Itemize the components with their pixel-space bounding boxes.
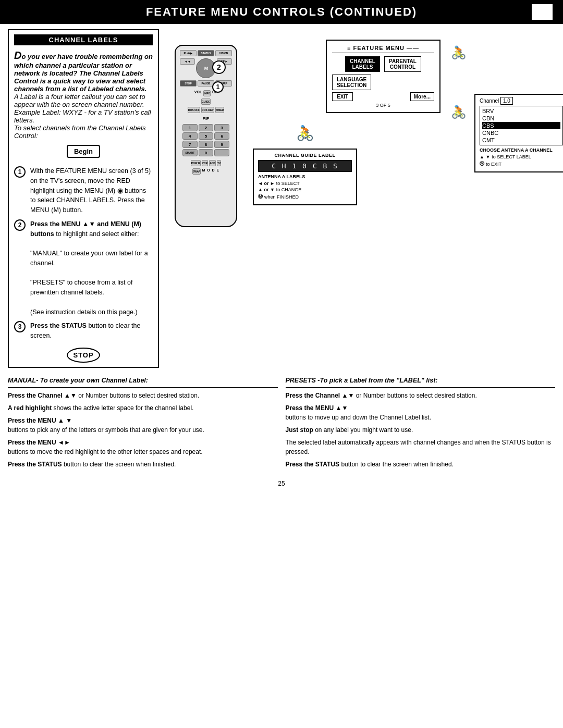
manual-p5: Press the STATUS button to clear the scr…	[8, 460, 278, 469]
header-box	[532, 4, 553, 20]
remote-pip-row: DOS OFF DOS REP TIMER	[188, 107, 224, 113]
antenna-labels: Antenna A Labels	[258, 174, 352, 179]
remote-mode-label: M O D E	[202, 168, 219, 175]
presets-p4: The selected label automatically appears…	[286, 438, 556, 456]
remote-swap-row: SWAP M O D E	[192, 168, 220, 175]
remote-btn-smart: SMART	[182, 149, 198, 156]
menu-row-1: ChannelLabels ParentalControl	[332, 56, 434, 72]
top-section: Channel Labels Do you ever have trouble …	[0, 24, 563, 368]
remote-control: PLAY▶ STATUS VISION ◄◄ M FF► STOP PAUSE	[164, 45, 248, 227]
manual-p2: A red highlight shows the active letter …	[8, 403, 278, 413]
remote-btn-1: 1	[182, 124, 198, 131]
remote-btn-guide: GUIDE	[201, 98, 211, 105]
select-info-paragraph: To select channels from the Channel Labe…	[14, 124, 153, 140]
step-2-circle: 2	[14, 219, 26, 231]
manual-p3: Press the MENU ▲ ▼ buttons to pick any o…	[8, 416, 278, 435]
menu-m-sym: Ⓜ	[258, 193, 263, 200]
rider-figure-top: 🚴	[446, 37, 472, 68]
remote-pip-label: PIP	[203, 116, 210, 121]
presets-p3: Just stop on any label you might want to…	[286, 425, 556, 435]
remote-numpad: 1 2 3 4 5 6 7 8 9 SMART 0	[182, 124, 229, 156]
channel-guide-box: Channel Guide Label C H 1 0 C B S Antenn…	[253, 149, 357, 205]
remote-btn-blank	[214, 149, 229, 156]
guide-instr-3: Ⓜ when FINISHED	[258, 193, 352, 200]
remote-btn-dosoff: DOS OFF	[188, 107, 200, 113]
manual-p4: Press the MENU ◄► buttons to move the re…	[8, 438, 278, 456]
arrow-up-down: ▲ or ▼	[258, 187, 275, 192]
channel-guide-title: Channel Guide Label	[258, 153, 352, 158]
preset-instr-1-text: to SELECT LABEL	[492, 154, 531, 159]
remote-btn-2: 2	[199, 124, 214, 131]
remote-btn-add: ADD	[209, 160, 216, 166]
instructions-area: MANUAL- To create your own Channel Label…	[0, 376, 563, 472]
menu-bottom-row: Exit More...	[332, 92, 434, 101]
channel-labels-right: 🚴 Channel Labels Manual → Create Your Ow…	[446, 34, 563, 90]
stop-button-area: STOP	[14, 345, 153, 363]
step-badge-1: 1	[212, 81, 224, 93]
remote-btn-timer: TIMER	[215, 107, 225, 113]
menu-btn-parental: ParentalControl	[384, 56, 421, 72]
channel-labels-text: Channel Labels Do you ever have trouble …	[8, 29, 159, 368]
remote-btn-3: 3	[214, 124, 229, 131]
antenna-choose-label: Choose Antenna A Channel	[480, 147, 563, 153]
middle-diagrams: ≡ Feature Menu —— ChannelLabels Parental…	[253, 34, 440, 205]
remote-btn-swap: SWAP	[192, 168, 201, 175]
remote-btn-0: 0	[199, 149, 214, 156]
preset-instr-1: ▲ ▼ to SELECT LABEL	[480, 154, 563, 159]
menu-btn-language: LanguageSelection	[332, 75, 371, 90]
remote-btn-9: 9	[214, 141, 229, 148]
remote-btn-6: 6	[214, 132, 229, 140]
menu-page-indicator: 3 OF 5	[332, 103, 434, 108]
feature-menu-label: ≡ Feature Menu ——	[332, 45, 434, 53]
remote-btn-info: INFO	[203, 90, 211, 96]
remote-top-buttons: PLAY▶ STATUS VISION	[180, 50, 232, 56]
step-1-text: With the FEATURE MENU screen (3 of 5) on…	[30, 166, 153, 215]
preset-arrow-1: ▲ ▼	[480, 154, 490, 159]
arrow-left-right: ◄ or ►	[258, 181, 275, 186]
remote-btn-status: STATUS	[198, 50, 214, 56]
channel-display: C H 1 0 C B S	[258, 160, 352, 172]
right-panels: 🚴 Channel Labels Manual → Create Your Ow…	[446, 34, 563, 172]
menu-row-lang: LanguageSelection	[332, 75, 434, 90]
channel-brv: BRV	[482, 107, 560, 115]
remote-guide-row: GUIDE	[201, 98, 211, 105]
remote-btn-7: 7	[182, 141, 198, 148]
rider-figure-2: 🚴	[446, 96, 472, 128]
stop-button: STOP	[67, 348, 100, 363]
preset-channel-list: BRV CBN CBS CNBC CMT	[480, 106, 563, 145]
preset-channel-box: Channel 1.0 BRV CBN CBS CNBC CMT Choose …	[474, 94, 563, 172]
intro-paragraph: Do you ever have trouble remembering on …	[14, 50, 153, 93]
diagram-right: 2 1 3 PLAY▶ STATUS VISION	[164, 29, 563, 368]
channel-cbn: CBN	[482, 115, 560, 122]
step-2-text: Press the MENU ▲▼ and MENU (M) buttons t…	[30, 219, 153, 317]
remote-body: PLAY▶ STATUS VISION ◄◄ M FF► STOP PAUSE	[175, 45, 237, 227]
step-1-circle: 1	[14, 166, 26, 178]
rider-figure-1: 🚴	[292, 117, 318, 149]
presets-instructions-col: PRESETS -To pick a Label from the "LABEL…	[286, 376, 556, 472]
remote-bottom-row: POW R VCR ADD TV	[191, 160, 222, 166]
preset-channel-area: 🚴 Channel 1.0 BRV CBN CBS CNBC CMT	[446, 94, 563, 172]
step-3-text: Press the STATUS button to clear the scr…	[30, 321, 153, 341]
presets-p1: Press the Channel ▲▼ or Number buttons t…	[286, 391, 556, 400]
channel-cbs: CBS	[482, 122, 560, 129]
label-info-paragraph: A Label is a four letter callout you can…	[14, 93, 153, 124]
begin-button: Begin	[67, 145, 100, 158]
remote-btn-dosrep: DOS REP	[201, 107, 214, 113]
remote-btn-visions: VISION	[215, 50, 232, 56]
remote-btn-8: 8	[199, 141, 214, 148]
manual-p1: Press the Channel ▲▼ or Number buttons t…	[8, 391, 278, 400]
channel-labels-box: Channel Labels Do you ever have trouble …	[8, 29, 159, 368]
begin-button-area: Begin	[14, 142, 153, 162]
menu-btn-exit: Exit	[332, 92, 353, 101]
channel-num: 1.0	[500, 97, 513, 105]
lower-middle-row: 🚴 Channel Guide Label C H 1 0 C B S Ante…	[253, 117, 440, 205]
step-2: 2 Press the MENU ▲▼ and MENU (M) buttons…	[14, 219, 153, 317]
remote-btn-5: 5	[199, 132, 214, 140]
dropcap: D	[14, 50, 21, 61]
channel-labels-title: Channel Labels	[14, 34, 153, 45]
upper-diagrams: 2 1 3 PLAY▶ STATUS VISION	[164, 29, 563, 227]
feature-menu-section: ≡ Feature Menu —— ChannelLabels Parental…	[253, 34, 440, 113]
remote-btn-rew: ◄◄	[180, 58, 195, 65]
guide-instr-3-text: when FINISHED	[264, 194, 299, 200]
remote-btn-power: POW R	[191, 160, 201, 166]
